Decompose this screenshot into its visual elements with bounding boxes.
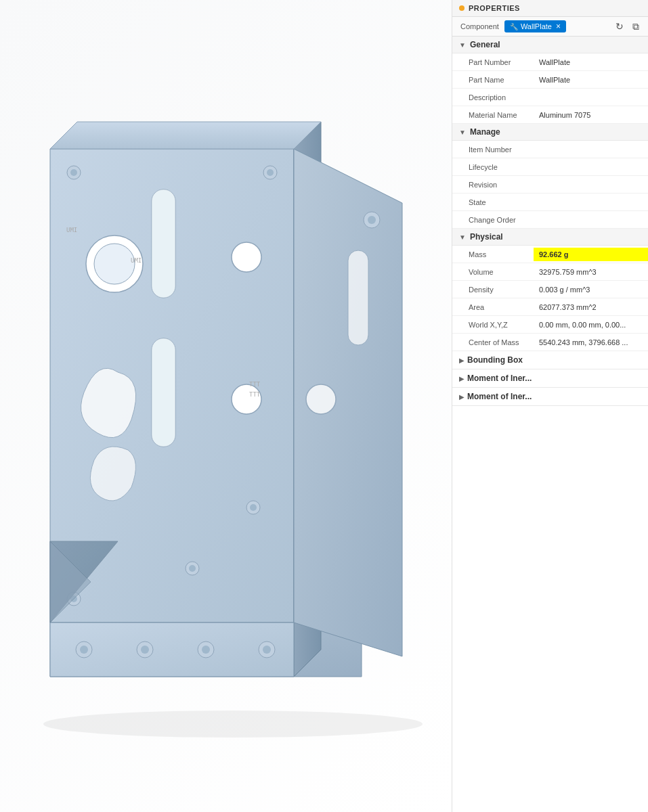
part-name-label: Part Name: [452, 73, 534, 87]
refresh-button[interactable]: ↻: [613, 20, 626, 33]
center-of-mass-value: 5540.243 mm, 3796.668 ...: [534, 336, 648, 349]
bounding-box-chevron: ▶: [459, 357, 465, 364]
general-chevron: ▼: [459, 41, 467, 49]
panel-status-dot: [459, 5, 465, 11]
lifecycle-value: [534, 164, 648, 170]
moment-iner-1-title: Moment of Iner...: [467, 374, 532, 383]
svg-marker-2: [50, 122, 321, 149]
svg-point-9: [232, 242, 261, 272]
manage-properties: Item Number Lifecycle Revision State Cha…: [452, 141, 648, 229]
svg-point-14: [267, 169, 274, 176]
physical-properties: Mass 92.662 g Volume 32975.759 mm^3 Dens…: [452, 246, 648, 351]
density-label: Density: [452, 283, 534, 296]
svg-point-39: [43, 710, 423, 738]
density-row: Density 0.003 g / mm^3: [452, 281, 648, 298]
svg-rect-29: [348, 250, 368, 345]
manage-chevron: ▼: [459, 129, 467, 136]
wallplate-tab[interactable]: 🔧 WallPlate ×: [504, 20, 566, 32]
description-row: Description: [452, 89, 648, 106]
bounding-box-title: Bounding Box: [467, 355, 523, 365]
area-value: 62077.373 mm^2: [534, 300, 648, 314]
center-of-mass-row: Center of Mass 5540.243 mm, 3796.668 ...: [452, 334, 648, 351]
mass-value: 92.662 g: [534, 248, 648, 261]
tab-icon: 🔧: [510, 23, 518, 30]
panel-tabs: Component 🔧 WallPlate × ↻ ⧉: [452, 17, 648, 37]
volume-label: Volume: [452, 265, 534, 279]
general-properties: Part Number WallPlate Part Name WallPlat…: [452, 53, 648, 124]
density-value: 0.003 g / mm^3: [534, 283, 648, 296]
volume-row: Volume 32975.759 mm^3: [452, 263, 648, 281]
physical-section-title: Physical: [470, 232, 503, 242]
description-label: Description: [452, 91, 534, 104]
lifecycle-label: Lifecycle: [452, 160, 534, 174]
svg-point-25: [202, 646, 210, 654]
watermark-3: TTT: [249, 381, 260, 388]
material-name-value: Aluminum 7075: [534, 108, 648, 122]
part-number-label: Part Number: [452, 55, 534, 69]
description-value: [534, 95, 648, 100]
center-of-mass-label: Center of Mass: [452, 336, 534, 349]
physical-chevron: ▼: [459, 233, 467, 241]
svg-point-36: [189, 565, 196, 572]
item-number-row: Item Number: [452, 141, 648, 158]
item-number-label: Item Number: [452, 143, 534, 156]
revision-row: Revision: [452, 176, 648, 194]
panel-actions: ↻ ⧉: [613, 20, 643, 33]
svg-rect-4: [152, 189, 175, 298]
watermark-1: UMI: [66, 227, 77, 233]
area-row: Area 62077.373 mm^2: [452, 298, 648, 316]
svg-point-10: [232, 384, 261, 414]
svg-rect-6: [152, 338, 175, 447]
material-name-label: Material Name: [452, 108, 534, 122]
tab-name: WallPlate: [521, 22, 552, 30]
state-value: [534, 200, 648, 205]
general-section-header[interactable]: ▼ General: [452, 37, 648, 53]
properties-panel: PROPERTIES Component 🔧 WallPlate × ↻ ⧉ ▼…: [452, 0, 648, 812]
bounding-box-section-header[interactable]: ▶ Bounding Box: [452, 351, 648, 369]
change-order-row: Change Order: [452, 211, 648, 229]
svg-point-21: [80, 646, 88, 654]
moment-iner-2-section-header[interactable]: ▶ Moment of Iner...: [452, 388, 648, 406]
physical-section-header[interactable]: ▼ Physical: [452, 229, 648, 246]
svg-point-30: [306, 384, 336, 414]
world-xyz-row: World X,Y,Z 0.00 mm, 0.00 mm, 0.00...: [452, 316, 648, 334]
part-name-row: Part Name WallPlate: [452, 71, 648, 89]
panel-title: PROPERTIES: [469, 4, 520, 12]
change-order-value: [534, 217, 648, 223]
svg-point-27: [263, 646, 271, 654]
moment-iner-1-section-header[interactable]: ▶ Moment of Iner...: [452, 369, 648, 388]
svg-point-38: [250, 504, 257, 511]
moment-iner-2-title: Moment of Iner...: [467, 392, 532, 401]
watermark-2: UMI: [131, 257, 142, 264]
part-number-row: Part Number WallPlate: [452, 53, 648, 71]
part-number-value: WallPlate: [534, 55, 648, 69]
general-section-title: General: [470, 40, 500, 49]
tab-close-button[interactable]: ×: [556, 22, 561, 31]
revision-label: Revision: [452, 178, 534, 191]
material-name-row: Material Name Aluminum 7075: [452, 106, 648, 124]
svg-point-23: [141, 646, 149, 654]
copy-button[interactable]: ⧉: [629, 20, 643, 33]
viewport-3d[interactable]: UMI UMI TTT TTT: [0, 0, 452, 812]
world-xyz-label: World X,Y,Z: [452, 318, 534, 332]
lifecycle-row: Lifecycle: [452, 158, 648, 176]
state-row: State: [452, 194, 648, 211]
mass-label: Mass: [452, 248, 534, 261]
revision-value: [534, 182, 648, 187]
mass-row: Mass 92.662 g: [452, 246, 648, 263]
manage-section-header[interactable]: ▼ Manage: [452, 124, 648, 141]
change-order-label: Change Order: [452, 213, 534, 227]
part-name-value: WallPlate: [534, 73, 648, 87]
component-tab-label[interactable]: Component: [458, 21, 502, 32]
moment-iner-2-chevron: ▶: [459, 393, 465, 401]
svg-point-12: [70, 169, 77, 176]
item-number-value: [534, 147, 648, 152]
area-label: Area: [452, 300, 534, 314]
panel-header: PROPERTIES: [452, 0, 648, 17]
moment-iner-1-chevron: ▶: [459, 375, 465, 382]
watermark-4: TTT: [249, 391, 260, 398]
svg-point-8: [94, 244, 135, 284]
manage-section-title: Manage: [470, 127, 500, 137]
world-xyz-value: 0.00 mm, 0.00 mm, 0.00...: [534, 318, 648, 332]
state-label: State: [452, 196, 534, 209]
